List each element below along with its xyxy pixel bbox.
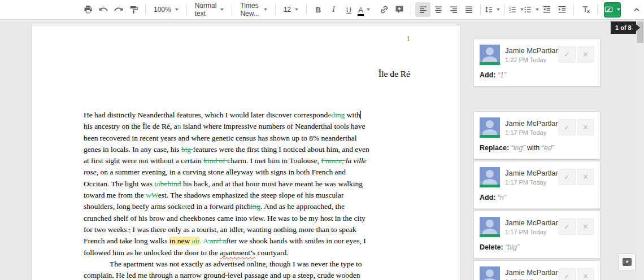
page-number-suggested: 1 [32,34,410,43]
suggestion-card[interactable]: Jamie McPartland 1:17 PM Today ✓ ✕ [473,260,601,280]
text-line[interactable]: complain. He led me through a narrow gro… [84,270,417,280]
print-button[interactable] [80,2,95,17]
insert-link-button[interactable] [376,2,391,17]
suggestion-card[interactable]: Jamie McPartland 1:17 PM Today ✓ ✕ Repla… [473,111,601,159]
suggestion-text: Add: “n” [480,194,594,202]
suggestion-card-header: Jamie McPartland 1:17 PM Today ✓ ✕ [480,167,594,187]
text-line[interactable]: shoulders, long beefy arms socketed in a… [84,201,417,212]
text-cursor [360,111,361,119]
accept-suggestion-button[interactable]: ✓ [558,169,576,185]
text-line[interactable]: been recovered in recent years and where… [84,133,417,144]
accept-suggestion-button[interactable]: ✓ [558,218,576,235]
text-line[interactable]: at first sight were not without a certai… [84,155,417,167]
print-icon [84,5,93,14]
toolbar-separator [480,4,481,15]
text-line[interactable]: for two weeks., I was there only as a to… [84,224,417,235]
align-center-icon [434,5,443,14]
text-segment: in new [169,237,192,245]
toolbar-separator [573,4,574,15]
text-segment: ed [328,111,335,119]
text-color-button[interactable]: A [356,2,372,17]
numbered-list-icon: 123 [508,5,516,14]
line-spacing-button[interactable] [485,2,500,17]
show-comments-button[interactable]: ✦ [619,253,636,270]
text-segment: I was there only as a tourist, an idler,… [130,225,356,234]
accept-suggestion-button[interactable]: ✓ [558,46,576,63]
chevron-down-icon [220,8,224,11]
chevron-up-icon [633,6,641,14]
collapse-toolbar-button[interactable] [629,2,644,17]
bold-button[interactable]: B [311,2,326,17]
decrease-indent-button[interactable] [539,2,554,17]
reject-suggestion-button[interactable]: ✕ [577,218,594,235]
accept-suggestion-button[interactable]: ✓ [558,119,576,135]
text-segment: features were the first thing I noticed … [193,145,369,154]
text-segment: W [151,191,158,199]
zoom-select[interactable]: 100% [150,2,182,17]
document-text[interactable]: He had distinctly Neanderthal features, … [84,110,417,280]
text-segment: The apartment was not exactly as adverti… [110,260,362,268]
document-page[interactable]: 1 Île de Ré He had distinctly Neandertha… [31,25,460,280]
reject-suggestion-button[interactable]: ✕ [577,119,594,135]
text-segment: behind [160,180,181,188]
close-icon: ✕ [582,123,589,132]
align-center-button[interactable] [430,2,446,17]
suggestion-time: 1:17 PM Today [505,229,558,235]
redo-button[interactable] [111,2,126,17]
text-segment: , on a summer evening, in a curving ston… [97,168,346,176]
font-size-select[interactable]: 12 [280,2,302,17]
text-segment: rose [84,168,97,176]
suggestion-author: Jamie McPartland [505,169,558,177]
italic-button[interactable]: I [326,2,341,17]
reject-suggestion-button[interactable]: ✕ [577,268,594,280]
text-line[interactable]: toward me from the wWest. The shadows em… [84,190,417,201]
suggestion-action-label: Delete: [480,243,503,251]
suggestion-meta: Jamie McPartland 1:17 PM Today [505,117,558,138]
suggestion-actions: ✓ ✕ [558,119,594,138]
text-segment: been recovered in recent years and where… [84,134,357,142]
toolbar-separator [186,4,187,15]
text-segment: w [146,191,151,199]
text-line[interactable]: He had distinctly Neanderthal features, … [84,110,417,121]
paint-format-button[interactable] [126,2,141,17]
reject-suggestion-button[interactable]: ✕ [577,169,594,185]
text-line[interactable]: French and take long walks in new air. A… [84,235,417,247]
avatar-status-bar [480,234,500,237]
scrollbar-track[interactable] [637,20,644,280]
suggestion-card[interactable]: Jamie McPartland 1:17 PM Today ✓ ✕ Add: … [473,161,601,209]
insert-comment-button[interactable] [391,2,407,17]
paragraph-style-select[interactable]: Normal text [191,2,228,17]
text-line[interactable]: genes in locals. In any case, his big fe… [84,144,417,155]
check-icon: ✓ [564,272,570,280]
text-segment: . And as he approached, the [260,202,345,211]
align-left-button[interactable] [415,2,430,17]
undo-button[interactable] [95,2,111,17]
accept-suggestion-button[interactable]: ✓ [558,268,576,280]
bulleted-list-button[interactable] [524,2,539,17]
increase-indent-button[interactable] [554,2,569,17]
text-line[interactable]: rose, on a summer evening, in a curving … [84,167,417,178]
text-line[interactable]: Occitan. The light was tobehind his back… [84,178,417,190]
chevron-down-icon [295,8,298,11]
align-right-button[interactable] [446,2,461,17]
align-justify-button[interactable] [461,2,476,17]
numbered-list-button[interactable]: 123 [508,2,524,17]
font-family-select[interactable]: Times New... [236,2,271,17]
editing-mode-button[interactable] [604,2,621,18]
suggestion-actions: ✓ ✕ [558,46,594,65]
suggestion-card[interactable]: Jamie McPartland 1:17 PM Today ✓ ✕ Delet… [473,211,601,259]
text-segment: and a [208,237,226,245]
app-window: 100% Normal text Times New... 12 B I U A [0,0,644,280]
text-line[interactable]: The apartment was not exactly as adverti… [84,259,417,270]
toolbar-separator [504,4,504,15]
text-segment: crunched shelf of his brow and cheekbone… [84,214,365,222]
text-line[interactable]: followed him as he unlocked the door to … [84,247,417,259]
text-segment: A [203,237,208,245]
suggestion-card[interactable]: Jamie McPartland 1:22 PM Today ✓ ✕ Add: … [473,38,601,86]
text-line[interactable]: his ancestry on the Île de Ré, an island… [84,121,417,132]
underline-button[interactable]: U [341,2,356,17]
reject-suggestion-button[interactable]: ✕ [577,46,594,63]
text-segment: kind of [203,156,227,165]
text-line[interactable]: crunched shelf of his brow and cheekbone… [84,213,417,224]
clear-formatting-button[interactable] [578,2,593,17]
